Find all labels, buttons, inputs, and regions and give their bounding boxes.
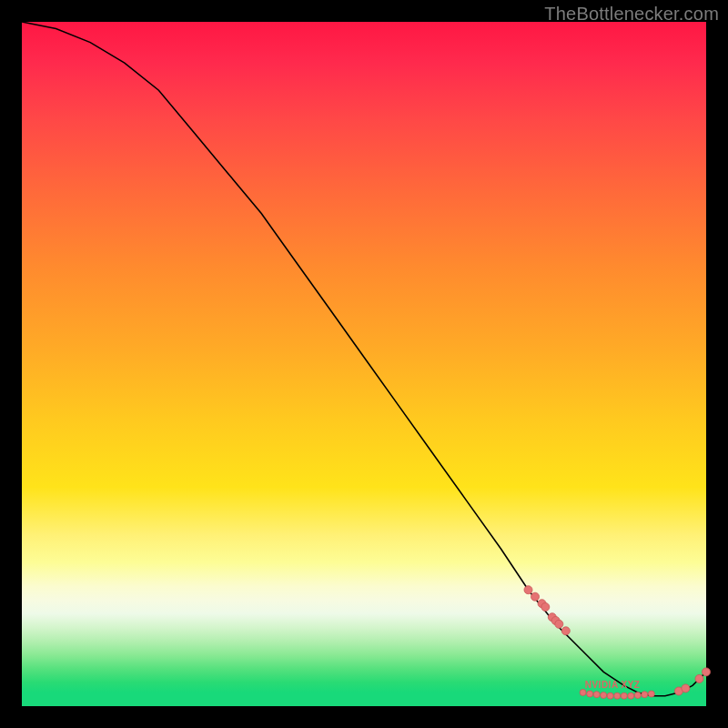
bottleneck-curve bbox=[22, 22, 706, 696]
data-point bbox=[642, 692, 648, 698]
data-point bbox=[593, 692, 600, 698]
data-point bbox=[621, 693, 627, 699]
curve-svg bbox=[22, 22, 706, 706]
data-point bbox=[555, 620, 563, 628]
plot-area: NVIDIA XYZ bbox=[22, 22, 706, 706]
data-point bbox=[634, 693, 641, 699]
data-points-left-cluster bbox=[524, 586, 570, 635]
data-point bbox=[614, 693, 621, 699]
data-point bbox=[648, 691, 654, 697]
data-point bbox=[524, 586, 532, 594]
data-point bbox=[531, 592, 540, 601]
data-points-bottom-cluster bbox=[580, 690, 654, 700]
data-point bbox=[587, 691, 593, 697]
data-point bbox=[682, 684, 690, 693]
chart-stage: TheBottlenecker.com NVIDIA XYZ bbox=[0, 0, 728, 728]
data-point bbox=[607, 693, 613, 699]
data-point bbox=[561, 627, 570, 635]
data-point bbox=[541, 603, 550, 612]
data-point bbox=[580, 690, 586, 696]
data-point bbox=[703, 668, 711, 676]
data-point bbox=[695, 674, 703, 682]
data-point bbox=[628, 693, 634, 699]
data-point bbox=[601, 693, 607, 699]
data-points-right-cluster bbox=[674, 668, 710, 695]
